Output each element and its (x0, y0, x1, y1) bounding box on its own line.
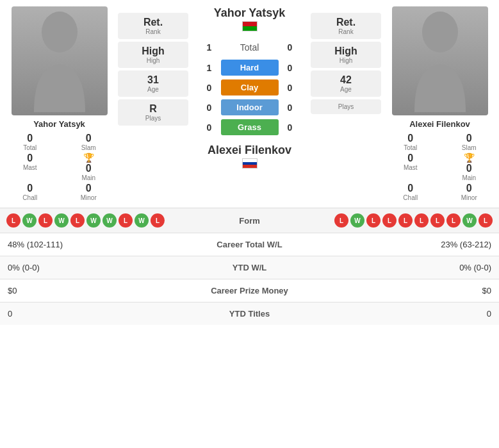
player2-rank-box: Ret. Rank (311, 13, 381, 39)
indoor-badge: Indoor (221, 99, 279, 115)
stats-table: 48% (102-111) Career Total W/L 23% (63-2… (0, 233, 499, 325)
form-badge-l: L (382, 213, 397, 228)
player1-total-score: 1 (203, 42, 216, 53)
form-badge-w: W (135, 213, 149, 228)
player1-total-value: 0 (27, 133, 33, 144)
player1-total-label: Total (23, 144, 37, 151)
form-badge-w: W (350, 213, 364, 228)
player1-slam-value: 0 (86, 133, 92, 144)
player2-main-label: Main (462, 174, 476, 181)
player2-minor-value: 0 (466, 183, 472, 194)
stats-right-2: $0 (299, 279, 499, 303)
player1-minor-value: 0 (86, 183, 92, 194)
player1-mast-label: Mast (23, 164, 37, 171)
hard-row: 1 Hard 0 (191, 60, 308, 76)
stats-center-0: Career Total W/L (200, 233, 300, 256)
stats-row: 48% (102-111) Career Total W/L 23% (63-2… (0, 233, 499, 256)
stats-right-3: 0 (299, 303, 499, 326)
total-label: Total (221, 42, 279, 53)
player2-chall-value: 0 (407, 183, 413, 194)
player2-card: Alexei Filenkov 0 Total 0 Slam 0 Mast 🏆 … (384, 6, 496, 201)
player1-chall-label: Chall (22, 194, 37, 201)
player2-total-stat: 0 Total (384, 133, 438, 151)
player1-rank-label: Rank (120, 28, 186, 35)
player1-name-center: Yahor Yatsyk (214, 6, 286, 20)
player1-hard-score: 1 (203, 63, 216, 73)
form-badge-w: W (22, 213, 37, 228)
player1-age-value: 31 (120, 74, 186, 86)
player1-age-box: 31 Age (118, 71, 188, 97)
player1-total-stat: 0 Total (3, 133, 57, 151)
grass-row: 0 Grass 0 (191, 119, 308, 135)
player2-name-section: Alexei Filenkov (208, 144, 291, 173)
form-badge-w: W (462, 213, 477, 228)
player1-mast-stat: 0 Mast (3, 153, 57, 181)
player2-trophy-icon: 🏆 (464, 153, 475, 163)
player1-name-section: Yahor Yatsyk (214, 6, 286, 36)
player2-main-value: 0 (466, 163, 472, 174)
player1-plays-value: R (120, 103, 186, 115)
player2-total-label: Total (404, 144, 417, 151)
player2-age-value: 42 (313, 74, 379, 86)
players-section: Yahor Yatsyk 0 Total 0 Slam 0 Mast 🏆 0 (0, 0, 499, 208)
form-badge-l: L (151, 213, 165, 228)
player2-total-score: 0 (284, 42, 297, 53)
player1-trophy-icon: 🏆 (83, 153, 94, 163)
player2-photo (392, 6, 488, 115)
player2-slam-value: 0 (466, 133, 472, 144)
player2-age-box: 42 Age (311, 71, 381, 97)
player2-mast-value: 0 (407, 153, 413, 164)
player2-clay-score: 0 (284, 83, 297, 93)
player1-chall-value: 0 (27, 183, 33, 194)
player2-slam-label: Slam (462, 144, 477, 151)
form-badge-l: L (38, 213, 53, 228)
player1-name: Yahor Yatsyk (33, 119, 85, 129)
player2-name-center: Alexei Filenkov (208, 144, 291, 157)
stats-left-2: $0 (0, 279, 200, 303)
player1-silhouette-svg (21, 10, 98, 112)
form-badge-l: L (479, 213, 493, 228)
player1-main-label: Main (81, 174, 95, 181)
player1-chall-stat: 0 Chall (3, 183, 57, 201)
player1-slam-label: Slam (81, 144, 96, 151)
player1-main-stat: 🏆 0 Main (62, 153, 116, 181)
player2-high-box: High High (311, 42, 381, 68)
player2-chall-label: Chall (403, 194, 418, 201)
player1-flag (242, 21, 258, 35)
form-badge-l: L (119, 213, 133, 228)
stats-right-1: 0% (0-0) (299, 256, 499, 279)
stats-left-3: 0 (0, 303, 200, 326)
player1-rank-box: Ret. Rank (118, 13, 188, 39)
indoor-row: 0 Indoor 0 (191, 99, 308, 115)
player1-minor-stat: 0 Minor (62, 183, 116, 201)
player2-silhouette-svg (402, 10, 479, 112)
player2-mast-stat: 0 Mast (384, 153, 438, 181)
player2-minor-stat: 0 Minor (443, 183, 496, 201)
player1-high-box: High High (118, 42, 188, 68)
player1-form: LWLWLWWLWL (6, 213, 211, 228)
form-badge-l: L (398, 213, 413, 228)
player2-high-value: High (313, 46, 379, 57)
player1-indoor-score: 0 (203, 103, 216, 113)
form-badge-l: L (414, 213, 429, 228)
player2-name: Alexei Filenkov (409, 119, 470, 129)
stats-left-1: 0% (0-0) (0, 256, 200, 279)
player2-stats-grid: 0 Total 0 Slam 0 Mast 🏆 0 Main 0 (384, 133, 496, 201)
player2-rank-value: Ret. (313, 17, 379, 28)
player1-high-value: High (120, 46, 186, 57)
player2-silhouette (392, 6, 488, 115)
stats-left-0: 48% (102-111) (0, 233, 200, 256)
player2-flag (242, 158, 258, 172)
player1-minor-label: Minor (81, 194, 97, 201)
form-badge-l: L (430, 213, 445, 228)
total-row: 1 Total 0 (191, 42, 308, 53)
player1-plays-label: Plays (120, 115, 186, 122)
player1-silhouette (12, 6, 108, 115)
player2-form: LWLLLLLLWL (288, 213, 493, 228)
player1-photo (12, 6, 108, 115)
stats-right-0: 23% (63-212) (299, 233, 499, 256)
stats-row: $0 Career Prize Money $0 (0, 279, 499, 303)
player2-slam-stat: 0 Slam (443, 133, 496, 151)
form-badge-l: L (446, 213, 461, 228)
svg-point-0 (42, 12, 78, 53)
